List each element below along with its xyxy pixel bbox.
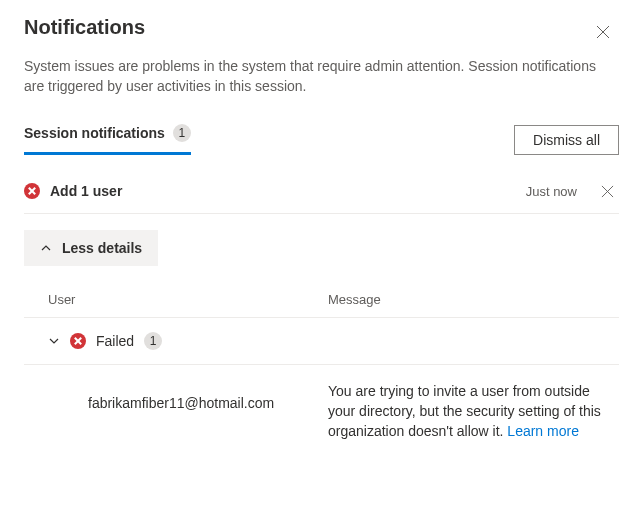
group-count-badge: 1	[144, 332, 162, 350]
tab-label: Session notifications	[24, 125, 165, 141]
notification-item: Add 1 user Just now	[24, 163, 619, 214]
panel-description: System issues are problems in the system…	[24, 56, 619, 96]
toggle-details-button[interactable]: Less details	[24, 230, 158, 266]
notification-title: Add 1 user	[50, 183, 516, 199]
group-row-failed[interactable]: Failed 1	[24, 318, 619, 365]
chevron-up-icon	[40, 242, 52, 254]
cell-message: You are trying to invite a user from out…	[328, 381, 619, 441]
toggle-details-label: Less details	[62, 240, 142, 256]
column-header-user: User	[48, 292, 328, 307]
close-icon	[601, 185, 614, 198]
details-table: User Message Failed 1 fabrikamfiber11@ho…	[24, 284, 619, 457]
cell-user: fabrikamfiber11@hotmail.com	[48, 381, 328, 411]
column-header-message: Message	[328, 292, 619, 307]
notification-time: Just now	[526, 184, 577, 199]
page-title: Notifications	[24, 16, 145, 39]
close-icon	[596, 25, 610, 39]
group-status-label: Failed	[96, 333, 134, 349]
close-panel-button[interactable]	[587, 16, 619, 48]
table-row: fabrikamfiber11@hotmail.com You are tryi…	[24, 365, 619, 457]
error-icon	[70, 333, 86, 349]
dismiss-notification-button[interactable]	[595, 179, 619, 203]
error-icon	[24, 183, 40, 199]
dismiss-all-button[interactable]: Dismiss all	[514, 125, 619, 155]
tab-session-notifications[interactable]: Session notifications 1	[24, 124, 191, 155]
tab-count-badge: 1	[173, 124, 191, 142]
chevron-down-icon	[48, 335, 60, 347]
learn-more-link[interactable]: Learn more	[507, 423, 579, 439]
